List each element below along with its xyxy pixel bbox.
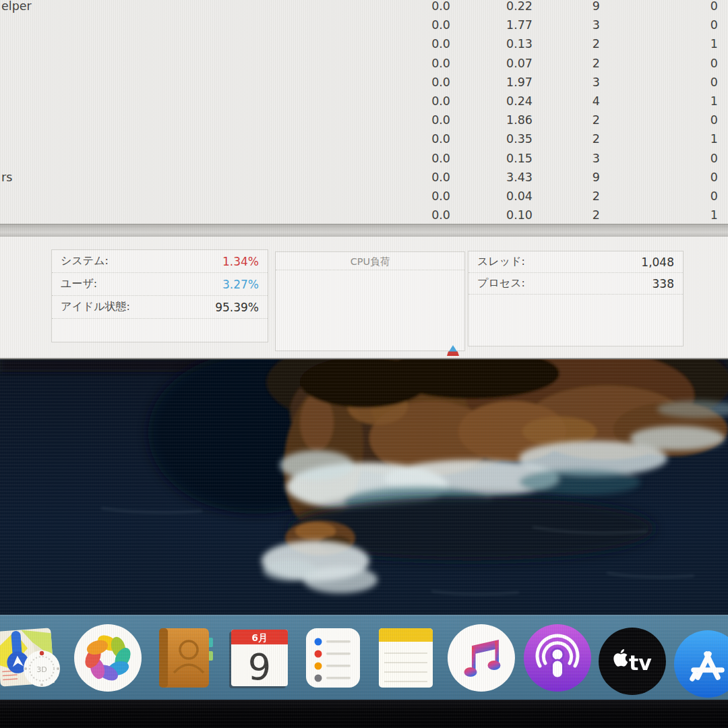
process-row[interactable]: 0.0 0.24 4 1 [0, 92, 728, 111]
app-store-icon[interactable] [673, 629, 728, 699]
process-row[interactable]: elper 0.0 0.22 9 0 [0, 0, 728, 16]
podcasts-icon[interactable] [522, 623, 593, 693]
idle-cpu-row: アイドル状態: 95.39% [52, 296, 268, 319]
processes-row: プロセス: 338 [468, 273, 683, 295]
process-cpu-time: 1.97 [458, 73, 533, 92]
idle-value: 95.39% [215, 301, 259, 314]
cpu-load-title: CPU負荷 [276, 252, 464, 270]
process-cpu-percent: 0.0 [376, 16, 450, 34]
threads-label: スレッド: [477, 255, 525, 269]
process-threads: 9 [539, 0, 600, 16]
process-row[interactable]: 0.0 0.07 2 0 [0, 54, 728, 73]
process-cpu-percent: 0.0 [376, 168, 450, 187]
user-label: ユーザ: [61, 277, 97, 291]
process-cpu-time: 1.86 [458, 111, 533, 129]
process-cpu-percent: 0.0 [376, 149, 450, 168]
process-threads: 2 [539, 34, 600, 53]
process-idle-wakeups: 0 [657, 111, 718, 129]
process-threads: 9 [539, 168, 600, 187]
process-row[interactable]: 0.0 0.15 3 0 [0, 149, 728, 168]
process-cpu-time: 1.77 [458, 16, 533, 34]
process-cpu-percent: 0.0 [376, 73, 450, 92]
cpu-usage-stats-box: システム: 1.34% ユーザ: 3.27% アイドル状態: 95.39% [51, 249, 268, 342]
process-idle-wakeups: 0 [657, 168, 718, 187]
threads-processes-box: スレッド: 1,048 プロセス: 338 [468, 251, 684, 346]
calendar-icon[interactable]: 6月 9 [224, 623, 295, 693]
process-name: rs [1, 168, 150, 187]
process-table: elper 0.0 0.22 9 0 0.0 1.77 3 0 0.0 0.13… [0, 0, 728, 224]
idle-label: アイドル状態: [61, 300, 130, 314]
process-idle-wakeups: 0 [657, 0, 718, 16]
music-icon[interactable] [446, 623, 516, 693]
notes-icon[interactable] [371, 623, 441, 693]
cpu-summary-pane: システム: 1.34% ユーザ: 3.27% アイドル状態: 95.39% CP… [0, 236, 728, 359]
process-threads: 3 [539, 73, 600, 92]
process-idle-wakeups: 1 [657, 129, 718, 148]
apple-tv-icon[interactable]: tv [597, 626, 667, 696]
contacts-icon[interactable] [148, 623, 218, 693]
process-row[interactable]: 0.0 0.04 2 0 [0, 187, 728, 206]
screen-bezel [0, 700, 728, 728]
process-idle-wakeups: 1 [657, 34, 718, 53]
process-cpu-time: 3.43 [458, 168, 533, 187]
processes-value: 338 [653, 277, 674, 291]
process-row[interactable]: 0.0 0.35 2 1 [0, 129, 728, 148]
dock: 3D [0, 615, 728, 700]
process-cpu-percent: 0.0 [376, 206, 450, 224]
reminders-icon[interactable] [298, 623, 368, 693]
processes-label: プロセス: [477, 276, 525, 291]
process-cpu-percent: 0.0 [376, 0, 450, 16]
process-cpu-time: 0.13 [458, 34, 533, 53]
process-cpu-percent: 0.0 [376, 187, 450, 206]
apple-tv-label: tv [629, 651, 652, 675]
calendar-day: 9 [248, 646, 271, 688]
process-threads: 2 [539, 129, 600, 148]
process-cpu-time: 0.07 [458, 54, 533, 73]
process-threads: 3 [539, 149, 600, 168]
threads-value: 1,048 [641, 255, 674, 269]
photographed-mac-screen: elper 0.0 0.22 9 0 0.0 1.77 3 0 0.0 0.13… [0, 0, 728, 728]
process-cpu-time: 0.10 [458, 206, 533, 224]
cpu-load-graph-box: CPU負荷 [275, 251, 465, 351]
system-label: システム: [61, 254, 109, 268]
process-cpu-percent: 0.0 [376, 129, 450, 148]
user-cpu-row: ユーザ: 3.27% [52, 273, 268, 296]
process-cpu-time: 0.22 [458, 0, 533, 16]
process-cpu-time: 0.15 [458, 149, 533, 168]
process-idle-wakeups: 0 [657, 16, 718, 34]
horizontal-scrollbar[interactable] [0, 224, 728, 237]
process-cpu-time: 0.24 [458, 92, 533, 111]
cpu-load-spike [444, 343, 462, 357]
process-name: elper [1, 0, 150, 16]
process-cpu-time: 0.04 [458, 187, 533, 206]
calendar-month: 6月 [251, 632, 268, 643]
process-threads: 2 [539, 206, 600, 224]
process-cpu-percent: 0.0 [376, 54, 450, 73]
process-threads: 3 [539, 16, 600, 34]
process-row[interactable]: 0.0 0.10 2 1 [0, 206, 728, 224]
process-cpu-percent: 0.0 [376, 34, 450, 53]
process-idle-wakeups: 1 [657, 206, 718, 224]
process-cpu-time: 0.35 [458, 129, 533, 148]
maps-icon[interactable]: 3D [0, 623, 63, 693]
photos-icon[interactable] [73, 623, 143, 693]
process-idle-wakeups: 1 [657, 92, 718, 111]
threads-row: スレッド: 1,048 [468, 251, 683, 273]
process-threads: 4 [539, 92, 600, 111]
process-cpu-percent: 0.0 [376, 92, 450, 111]
system-value: 1.34% [222, 255, 259, 268]
process-row[interactable]: 0.0 1.77 3 0 [0, 16, 728, 34]
user-value: 3.27% [222, 278, 259, 291]
process-threads: 2 [539, 111, 600, 129]
process-idle-wakeups: 0 [657, 73, 718, 92]
process-row[interactable]: 0.0 1.86 2 0 [0, 111, 728, 129]
process-row[interactable]: rs 0.0 3.43 9 0 [0, 168, 728, 187]
system-cpu-row: システム: 1.34% [52, 250, 268, 273]
process-threads: 2 [539, 54, 600, 73]
svg-text:3D: 3D [36, 665, 47, 674]
process-row[interactable]: 0.0 1.97 3 0 [0, 73, 728, 92]
process-threads: 2 [539, 187, 600, 206]
process-idle-wakeups: 0 [657, 54, 718, 73]
process-row[interactable]: 0.0 0.13 2 1 [0, 34, 728, 53]
process-idle-wakeups: 0 [657, 149, 718, 168]
